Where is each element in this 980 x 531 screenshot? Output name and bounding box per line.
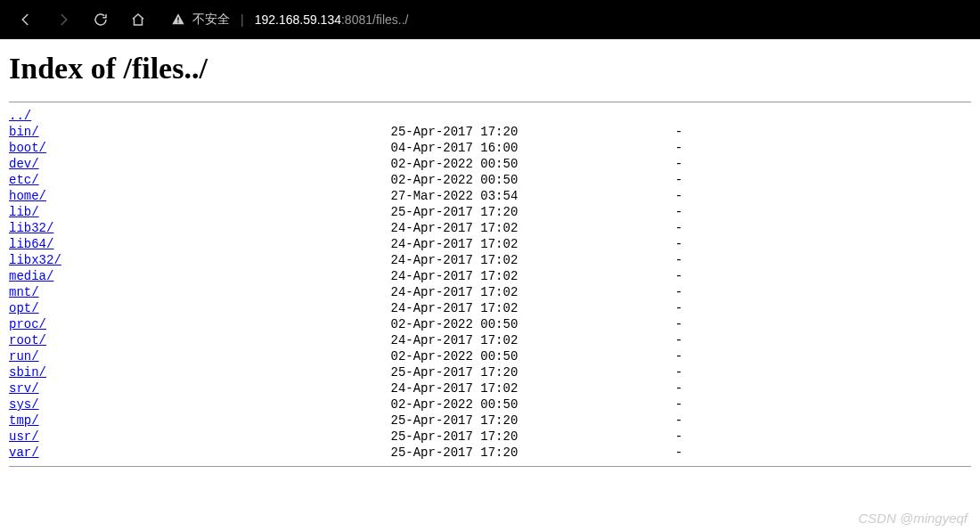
listing-row: root/ 24-Apr-2017 17:02 - <box>9 332 971 348</box>
listing-row: var/ 25-Apr-2017 17:20 - <box>9 445 971 461</box>
dir-link[interactable]: run/ <box>9 349 39 364</box>
page-title: Index of /files../ <box>9 52 971 86</box>
url-host: 192.168.59.134 <box>255 12 341 27</box>
directory-listing: ../bin/ 25-Apr-2017 17:20 -boot/ 04-Apr-… <box>9 108 971 461</box>
dir-link[interactable]: mnt/ <box>9 285 39 299</box>
listing-row: lib/ 25-Apr-2017 17:20 - <box>9 204 971 220</box>
listing-row: opt/ 24-Apr-2017 17:02 - <box>9 300 971 316</box>
hr-top <box>9 102 971 102</box>
browser-toolbar: 不安全 | 192.168.59.134:8081/files../ <box>0 0 980 39</box>
svg-rect-0 <box>177 17 178 20</box>
listing-row: sys/ 02-Apr-2022 00:50 - <box>9 396 971 413</box>
dir-link[interactable]: tmp/ <box>9 413 39 428</box>
listing-row: usr/ 25-Apr-2017 17:20 - <box>9 429 971 445</box>
dir-link[interactable]: sbin/ <box>9 365 46 380</box>
dir-link[interactable]: media/ <box>9 269 53 283</box>
listing-row: srv/ 24-Apr-2017 17:02 - <box>9 380 971 396</box>
warning-icon <box>171 12 185 27</box>
listing-row: mnt/ 24-Apr-2017 17:02 - <box>9 284 971 300</box>
url-path: :8081/files../ <box>341 12 409 27</box>
watermark: CSDN @mingyeqf <box>858 511 968 526</box>
listing-row: home/ 27-Mar-2022 03:54 - <box>9 188 971 204</box>
dir-link[interactable]: lib/ <box>9 205 39 219</box>
listing-row: proc/ 02-Apr-2022 00:50 - <box>9 316 971 332</box>
divider: | <box>241 12 244 27</box>
listing-row: libx32/ 24-Apr-2017 17:02 - <box>9 252 971 268</box>
dir-link[interactable]: etc/ <box>9 173 39 187</box>
listing-row: dev/ 02-Apr-2022 00:50 - <box>9 156 971 172</box>
dir-link[interactable]: libx32/ <box>9 253 61 267</box>
dir-link[interactable]: sys/ <box>9 397 39 412</box>
back-button[interactable] <box>11 4 41 35</box>
dir-link[interactable]: lib32/ <box>9 221 53 235</box>
dir-link[interactable]: bin/ <box>9 125 39 139</box>
dir-link[interactable]: var/ <box>9 445 39 460</box>
dir-link[interactable]: srv/ <box>9 381 39 396</box>
dir-link[interactable]: home/ <box>9 189 46 203</box>
dir-link[interactable]: root/ <box>9 333 46 347</box>
dir-link[interactable]: dev/ <box>9 157 39 171</box>
home-button[interactable] <box>123 4 153 35</box>
listing-row: sbin/ 25-Apr-2017 17:20 - <box>9 364 971 380</box>
listing-row: lib64/ 24-Apr-2017 17:02 - <box>9 236 971 252</box>
reload-button[interactable] <box>86 4 116 35</box>
address-bar[interactable]: 不安全 | 192.168.59.134:8081/files../ <box>171 12 408 28</box>
listing-row: run/ 02-Apr-2022 00:50 - <box>9 348 971 364</box>
dir-link[interactable]: boot/ <box>9 141 46 155</box>
forward-button[interactable] <box>48 4 78 35</box>
listing-row: boot/ 04-Apr-2017 16:00 - <box>9 140 971 156</box>
dir-link[interactable]: proc/ <box>9 317 46 331</box>
hr-bottom <box>9 466 971 467</box>
listing-row: lib32/ 24-Apr-2017 17:02 - <box>9 220 971 236</box>
security-label: 不安全 <box>192 12 230 28</box>
listing-row: media/ 24-Apr-2017 17:02 - <box>9 268 971 284</box>
parent-dir-link[interactable]: ../ <box>9 109 31 123</box>
dir-link[interactable]: lib64/ <box>9 237 53 251</box>
svg-rect-1 <box>177 21 178 22</box>
dir-link[interactable]: opt/ <box>9 301 39 315</box>
url-text: 192.168.59.134:8081/files../ <box>255 12 409 27</box>
listing-row: bin/ 25-Apr-2017 17:20 - <box>9 124 971 140</box>
dir-link[interactable]: usr/ <box>9 429 39 444</box>
page-content: Index of /files../ ../bin/ 25-Apr-2017 1… <box>0 39 980 483</box>
listing-row: etc/ 02-Apr-2022 00:50 - <box>9 172 971 188</box>
listing-row: tmp/ 25-Apr-2017 17:20 - <box>9 413 971 429</box>
